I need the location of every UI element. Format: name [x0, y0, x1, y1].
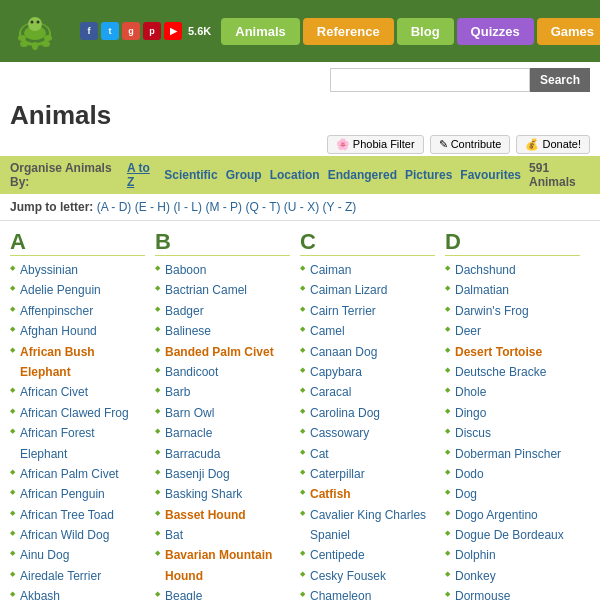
animal-link[interactable]: African Penguin [20, 487, 105, 501]
animal-link[interactable]: Basset Hound [165, 508, 246, 522]
animal-link[interactable]: Catfish [310, 487, 351, 501]
jump-yz[interactable]: (Y - Z) [323, 200, 357, 214]
nav-games[interactable]: Games [537, 18, 600, 45]
jump-ad[interactable]: (A - D) [97, 200, 132, 214]
pinterest-button[interactable]: p [143, 22, 161, 40]
animal-link[interactable]: African Civet [20, 385, 88, 399]
animal-link[interactable]: Caiman Lizard [310, 283, 387, 297]
animal-link[interactable]: Carolina Dog [310, 406, 380, 420]
logo[interactable] [10, 6, 60, 56]
animal-link[interactable]: African Wild Dog [20, 528, 109, 542]
jump-eh[interactable]: (E - H) [135, 200, 170, 214]
sort-group[interactable]: Group [226, 168, 262, 182]
animal-link[interactable]: Barn Owl [165, 406, 214, 420]
sort-location[interactable]: Location [270, 168, 320, 182]
animal-link[interactable]: Dalmatian [455, 283, 509, 297]
sort-pictures[interactable]: Pictures [405, 168, 452, 182]
jump-mp[interactable]: (M - P) [205, 200, 242, 214]
animal-link[interactable]: Discus [455, 426, 491, 440]
animal-link[interactable]: Cat [310, 447, 329, 461]
animal-link[interactable]: Dachshund [455, 263, 516, 277]
animal-link[interactable]: Deer [455, 324, 481, 338]
animal-link[interactable]: African Bush Elephant [20, 345, 95, 379]
list-item: Beagle [155, 586, 290, 600]
list-item: African Wild Dog [10, 525, 145, 545]
search-button[interactable]: Search [530, 68, 590, 92]
nav-animals[interactable]: Animals [221, 18, 300, 45]
sort-atoz[interactable]: A to Z [127, 161, 156, 189]
animal-link[interactable]: Afghan Hound [20, 324, 97, 338]
sort-favourites[interactable]: Favourites [460, 168, 521, 182]
animal-link[interactable]: African Palm Civet [20, 467, 119, 481]
animal-link[interactable]: Cassowary [310, 426, 369, 440]
animal-link[interactable]: Donkey [455, 569, 496, 583]
animal-link[interactable]: Cesky Fousek [310, 569, 386, 583]
animal-link[interactable]: Airedale Terrier [20, 569, 101, 583]
animal-link[interactable]: Dogue De Bordeaux [455, 528, 564, 542]
donate-button[interactable]: 💰 Donate! [516, 135, 590, 154]
animal-link[interactable]: Dhole [455, 385, 486, 399]
animal-link[interactable]: Capybara [310, 365, 362, 379]
search-input[interactable] [330, 68, 530, 92]
animal-link[interactable]: Baboon [165, 263, 206, 277]
animal-link[interactable]: Affenpinscher [20, 304, 93, 318]
animal-link[interactable]: Ainu Dog [20, 548, 69, 562]
nav-quizzes[interactable]: Quizzes [457, 18, 534, 45]
animal-link[interactable]: Bavarian Mountain Hound [165, 548, 272, 582]
animal-link[interactable]: Doberman Pinscher [455, 447, 561, 461]
animal-link[interactable]: Dolphin [455, 548, 496, 562]
list-item: Discus [445, 423, 580, 443]
animal-link[interactable]: Deutsche Bracke [455, 365, 546, 379]
jump-ux[interactable]: (U - X) [284, 200, 319, 214]
animal-link[interactable]: Caiman [310, 263, 351, 277]
animal-link[interactable]: Dogo Argentino [455, 508, 538, 522]
animal-link[interactable]: Desert Tortoise [455, 345, 542, 359]
animal-link[interactable]: Dog [455, 487, 477, 501]
animal-link[interactable]: Caterpillar [310, 467, 365, 481]
animal-link[interactable]: Banded Palm Civet [165, 345, 274, 359]
animal-link[interactable]: Bat [165, 528, 183, 542]
googleplus-button[interactable]: g [122, 22, 140, 40]
animal-link[interactable]: Basenji Dog [165, 467, 230, 481]
animal-link[interactable]: Barnacle [165, 426, 212, 440]
animal-link[interactable]: Dodo [455, 467, 484, 481]
jump-il[interactable]: (I - L) [173, 200, 202, 214]
sort-endangered[interactable]: Endangered [328, 168, 397, 182]
animal-link[interactable]: Barb [165, 385, 190, 399]
sort-scientific[interactable]: Scientific [164, 168, 217, 182]
nav-reference[interactable]: Reference [303, 18, 394, 45]
animal-link[interactable]: African Tree Toad [20, 508, 114, 522]
animal-link[interactable]: African Forest Elephant [20, 426, 95, 460]
animal-link[interactable]: Dingo [455, 406, 486, 420]
animal-link[interactable]: Badger [165, 304, 204, 318]
youtube-button[interactable]: ▶ [164, 22, 182, 40]
twitter-button[interactable]: t [101, 22, 119, 40]
animal-link[interactable]: Adelie Penguin [20, 283, 101, 297]
contribute-button[interactable]: ✎ Contribute [430, 135, 511, 154]
nav-blog[interactable]: Blog [397, 18, 454, 45]
animal-link[interactable]: Centipede [310, 548, 365, 562]
facebook-button[interactable]: f [80, 22, 98, 40]
animal-link[interactable]: Abyssinian [20, 263, 78, 277]
animal-link[interactable]: Balinese [165, 324, 211, 338]
jump-qt[interactable]: (Q - T) [245, 200, 280, 214]
animal-link[interactable]: Camel [310, 324, 345, 338]
animal-link[interactable]: African Clawed Frog [20, 406, 129, 420]
animal-link[interactable]: Dormouse [455, 589, 510, 600]
animal-link[interactable]: Beagle [165, 589, 202, 600]
animal-link[interactable]: Cairn Terrier [310, 304, 376, 318]
animal-link[interactable]: Basking Shark [165, 487, 242, 501]
list-item: Cairn Terrier [300, 301, 435, 321]
animal-link[interactable]: Bandicoot [165, 365, 218, 379]
phobia-filter-button[interactable]: 🌸 Phobia Filter [327, 135, 424, 154]
animal-link[interactable]: Bactrian Camel [165, 283, 247, 297]
list-item: Bandicoot [155, 362, 290, 382]
animal-link[interactable]: Cavalier King Charles Spaniel [310, 508, 426, 542]
list-item: Afghan Hound [10, 321, 145, 341]
animal-link[interactable]: Akbash [20, 589, 60, 600]
animal-link[interactable]: Barracuda [165, 447, 220, 461]
animal-link[interactable]: Canaan Dog [310, 345, 377, 359]
animal-link[interactable]: Darwin's Frog [455, 304, 529, 318]
animal-link[interactable]: Chameleon [310, 589, 371, 600]
animal-link[interactable]: Caracal [310, 385, 351, 399]
